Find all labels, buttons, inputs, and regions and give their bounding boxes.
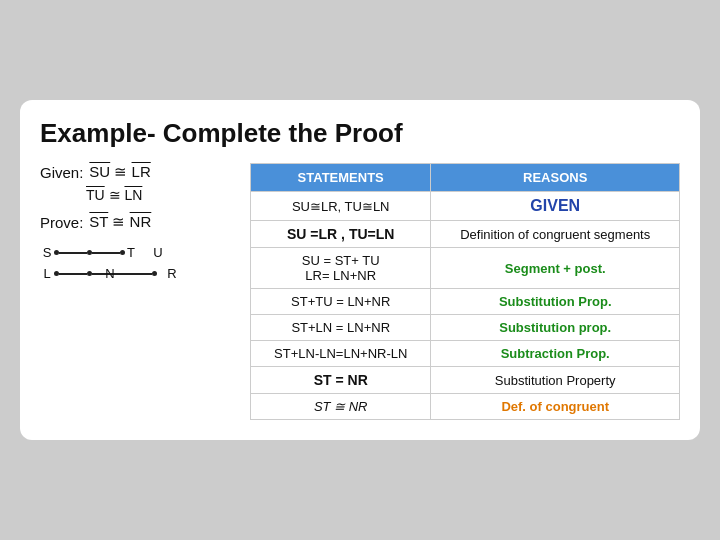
reason-cell: Substitution Prop. [431,289,680,315]
reason-cell: Substitution Property [431,367,680,394]
reason-cell: Subtraction Prop. [431,341,680,367]
statement-cell: ST = NR [251,367,431,394]
given-label: Given: [40,164,83,181]
table-row: ST = NRSubstitution Property [251,367,680,394]
proof-table: STATEMENTS REASONS SU≅LR, TU≅LNGIVENSU =… [250,163,680,420]
reason-cell: Substitution prop. [431,315,680,341]
prove-row: Prove: ST ≅ NR [40,213,240,231]
statement-cell: ST+TU = LN+NR [251,289,431,315]
statement-cell: SU = ST+ TULR= LN+NR [251,248,431,289]
prove-expr: ST ≅ NR [89,213,151,231]
given-expr2: TU ≅ LN [86,187,240,203]
col-statements: STATEMENTS [251,164,431,192]
reason-cell: GIVEN [431,192,680,221]
statement-cell: SU =LR , TU=LN [251,221,431,248]
table-row: ST+LN = LN+NRSubstitution prop. [251,315,680,341]
bar-nr [92,273,152,275]
col-reasons: REASONS [431,164,680,192]
n-label: N [103,266,117,281]
given-row: Given: SU ≅ LR [40,163,240,181]
reason-cell: Def. of congruent [431,394,680,420]
table-row: ST ≅ NRDef. of congruent [251,394,680,420]
statement-cell: ST ≅ NR [251,394,431,420]
seg-line-bottom: L N R [40,266,240,281]
card: Example- Complete the Proof Given: SU ≅ … [20,100,700,440]
reason-cell: Definition of congruent segments [431,221,680,248]
r-label: R [165,266,179,281]
statement-cell: ST+LN-LN=LN+NR-LN [251,341,431,367]
left-panel: Given: SU ≅ LR TU ≅ LN Prove: ST ≅ NR S [40,163,240,420]
seg-track-top [54,250,125,255]
table-row: SU≅LR, TU≅LNGIVEN [251,192,680,221]
bar-st [59,252,87,254]
statement-cell: SU≅LR, TU≅LN [251,192,431,221]
given-expr1: SU ≅ LR [89,163,150,181]
t-label: T [125,245,147,260]
seg-line-top: S T U [40,245,240,260]
u-label: U [151,245,165,260]
page-title: Example- Complete the Proof [40,118,680,149]
segment-diagram: S T U L [40,245,240,281]
table-row: ST+LN-LN=LN+NR-LNSubtraction Prop. [251,341,680,367]
reason-cell: Segment + post. [431,248,680,289]
table-row: SU = ST+ TULR= LN+NRSegment + post. [251,248,680,289]
l-label: L [40,266,54,281]
main-layout: Given: SU ≅ LR TU ≅ LN Prove: ST ≅ NR S [40,163,680,420]
bar-ln [59,273,87,275]
prove-label: Prove: [40,214,83,231]
bar-tu [92,252,120,254]
s-label: S [40,245,54,260]
table-row: SU =LR , TU=LNDefinition of congruent se… [251,221,680,248]
table-row: ST+TU = LN+NRSubstitution Prop. [251,289,680,315]
dot-r [152,271,157,276]
statement-cell: ST+LN = LN+NR [251,315,431,341]
table-header-row: STATEMENTS REASONS [251,164,680,192]
